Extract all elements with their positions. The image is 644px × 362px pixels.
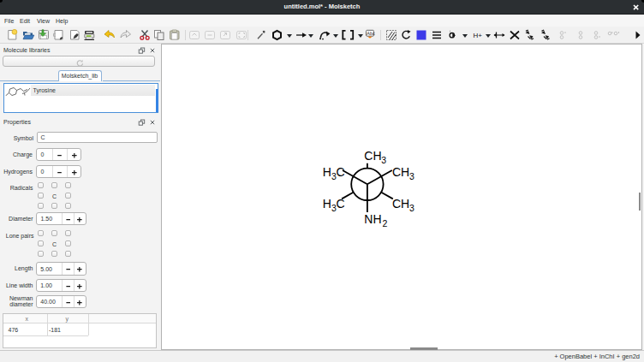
svg-text:NH: NH [364, 212, 381, 226]
svg-text:Abc: Abc [367, 31, 375, 36]
svg-text:H: H [323, 197, 331, 211]
svg-text:H+: H+ [474, 32, 483, 39]
svg-text:C: C [337, 165, 345, 179]
svg-text:CH: CH [364, 149, 381, 163]
svg-text:CH: CH [392, 197, 409, 211]
svg-text:CH: CH [392, 165, 409, 179]
svg-text:H: H [323, 165, 331, 179]
svg-text:C: C [337, 197, 345, 211]
svg-text:3: 3 [381, 155, 386, 165]
svg-text:2: 2 [383, 218, 388, 228]
svg-text:3: 3 [409, 171, 414, 181]
svg-text:3: 3 [409, 203, 414, 213]
